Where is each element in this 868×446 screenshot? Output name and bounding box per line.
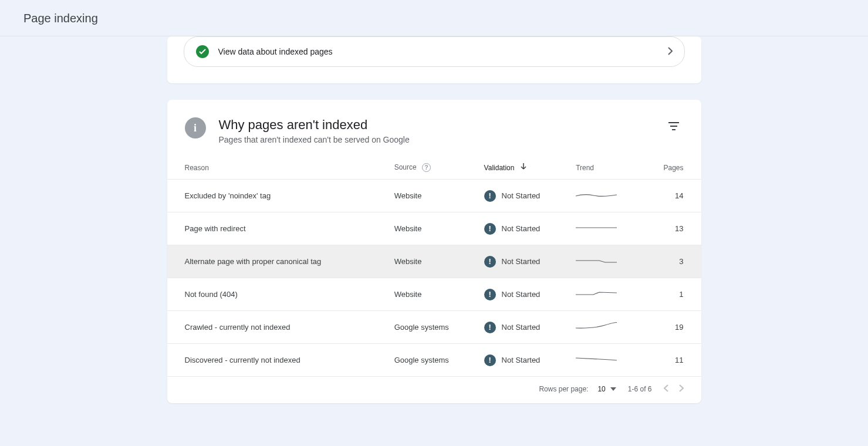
cell-trend <box>571 278 641 311</box>
col-reason[interactable]: Reason <box>167 156 390 180</box>
exclamation-icon: ! <box>484 322 496 333</box>
top-bar: Page indexing <box>0 0 868 36</box>
table-row[interactable]: Alternate page with proper canonical tag… <box>167 245 701 278</box>
section-header: i Why pages aren't indexed Pages that ar… <box>167 100 701 156</box>
table-row[interactable]: Crawled - currently not indexed Google s… <box>167 311 701 344</box>
page-range: 1-6 of 6 <box>628 385 652 393</box>
trend-sparkline <box>576 189 617 201</box>
table-footer: Rows per page: 10 1-6 of 6 <box>167 377 701 403</box>
cell-pages: 19 <box>642 311 701 344</box>
cell-source: Website <box>390 212 479 245</box>
table-row[interactable]: Not found (404) Website ! Not Started 1 <box>167 278 701 311</box>
cell-source: Website <box>390 278 479 311</box>
exclamation-icon: ! <box>484 190 496 202</box>
exclamation-icon: ! <box>484 289 496 300</box>
exclamation-icon: ! <box>484 354 496 366</box>
trend-sparkline <box>576 222 617 234</box>
cell-reason: Crawled - currently not indexed <box>167 311 390 344</box>
cell-validation: ! Not Started <box>479 180 572 212</box>
indexed-pages-card: View data about indexed pages <box>167 36 701 83</box>
cell-reason: Discovered - currently not indexed <box>167 344 390 377</box>
cell-trend <box>571 311 641 344</box>
cell-validation: ! Not Started <box>479 212 572 245</box>
cell-pages: 14 <box>642 180 701 212</box>
cell-validation: ! Not Started <box>479 311 572 344</box>
info-icon: i <box>185 117 206 138</box>
cell-source: Google systems <box>390 311 479 344</box>
cell-trend <box>571 344 641 377</box>
cell-reason: Excluded by 'noindex' tag <box>167 180 390 212</box>
cell-reason: Page with redirect <box>167 212 390 245</box>
validation-status: Not Started <box>502 191 541 200</box>
cell-trend <box>571 180 641 212</box>
not-indexed-card: i Why pages aren't indexed Pages that ar… <box>167 100 701 403</box>
col-pages[interactable]: Pages <box>642 156 701 180</box>
exclamation-icon: ! <box>484 256 496 268</box>
validation-status: Not Started <box>502 257 541 266</box>
trend-sparkline <box>576 288 617 299</box>
section-subtitle: Pages that aren't indexed can't be serve… <box>219 135 410 144</box>
cell-validation: ! Not Started <box>479 344 572 377</box>
cell-trend <box>571 245 641 278</box>
cell-reason: Alternate page with proper canonical tag <box>167 245 390 278</box>
content: View data about indexed pages i Why page… <box>167 36 701 443</box>
svg-rect-2 <box>672 129 676 130</box>
validation-status: Not Started <box>502 224 541 233</box>
cell-pages: 13 <box>642 212 701 245</box>
validation-status: Not Started <box>502 290 541 299</box>
validation-status: Not Started <box>502 323 541 332</box>
filter-button[interactable] <box>664 117 684 135</box>
cell-source: Website <box>390 180 479 212</box>
view-indexed-label: View data about indexed pages <box>218 47 668 56</box>
svg-rect-1 <box>670 126 677 127</box>
view-indexed-pages-row[interactable]: View data about indexed pages <box>184 36 685 67</box>
cell-source: Google systems <box>390 344 479 377</box>
cell-pages: 1 <box>642 278 701 311</box>
trend-sparkline <box>576 320 617 332</box>
rows-per-page-label: Rows per page: <box>539 385 588 393</box>
col-validation[interactable]: Validation <box>479 156 572 180</box>
validation-status: Not Started <box>502 356 541 364</box>
cell-pages: 3 <box>642 245 701 278</box>
table-row[interactable]: Page with redirect Website ! Not Started… <box>167 212 701 245</box>
table-row[interactable]: Excluded by 'noindex' tag Website ! Not … <box>167 180 701 212</box>
check-circle-icon <box>196 45 209 58</box>
cell-pages: 11 <box>642 344 701 377</box>
cell-reason: Not found (404) <box>167 278 390 311</box>
section-title: Why pages aren't indexed <box>219 117 410 133</box>
trend-sparkline <box>576 353 617 365</box>
cell-trend <box>571 212 641 245</box>
reasons-table: Reason Source ? Validation Trend Pages <box>167 156 701 377</box>
col-source[interactable]: Source ? <box>390 156 479 180</box>
sort-down-icon <box>520 163 527 172</box>
rows-per-page-select[interactable]: 10 <box>597 385 616 393</box>
cell-source: Website <box>390 245 479 278</box>
exclamation-icon: ! <box>484 223 496 235</box>
help-icon[interactable]: ? <box>422 163 431 172</box>
rows-per-page: Rows per page: 10 <box>539 385 616 393</box>
svg-rect-0 <box>668 122 679 123</box>
prev-page-button[interactable] <box>664 383 668 395</box>
chevron-right-icon <box>668 46 673 58</box>
dropdown-icon <box>610 387 616 391</box>
cell-validation: ! Not Started <box>479 278 572 311</box>
pagination <box>664 383 684 395</box>
trend-sparkline <box>576 255 617 266</box>
table-row[interactable]: Discovered - currently not indexed Googl… <box>167 344 701 377</box>
next-page-button[interactable] <box>679 383 684 395</box>
page-title: Page indexing <box>23 12 845 25</box>
col-trend[interactable]: Trend <box>571 156 641 180</box>
cell-validation: ! Not Started <box>479 245 572 278</box>
